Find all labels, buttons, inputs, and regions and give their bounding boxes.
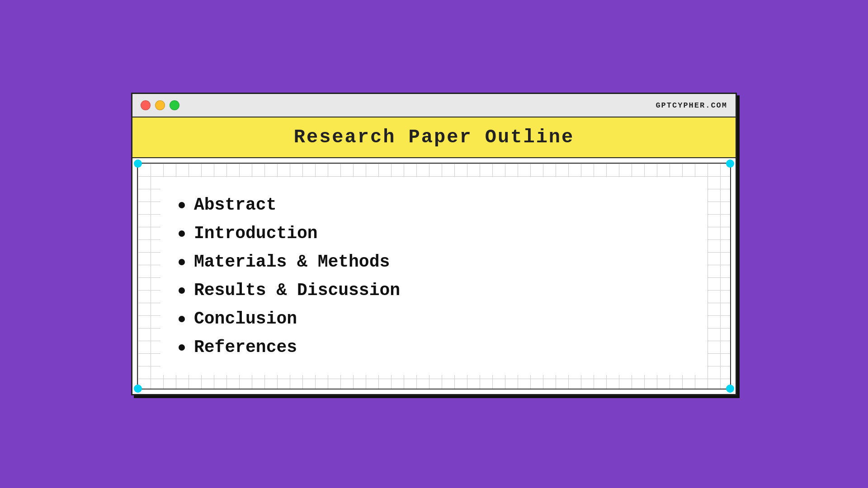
list-item: Results & Discussion — [179, 276, 689, 305]
list-item: Conclusion — [179, 305, 689, 333]
corner-dot-tr — [726, 160, 734, 168]
list-item: Introduction — [179, 219, 689, 248]
titlebar: GPTCYPHER.COM — [132, 94, 736, 117]
bullet-icon — [179, 316, 185, 322]
bullet-icon — [179, 259, 185, 265]
list-item-label: References — [194, 338, 297, 357]
outline-list: AbstractIntroductionMaterials & MethodsR… — [179, 191, 689, 361]
list-item: References — [179, 333, 689, 361]
close-button[interactable] — [141, 100, 151, 110]
bullet-icon — [179, 202, 185, 208]
slide-header: Research Paper Outline — [132, 117, 736, 158]
app-window: GPTCYPHER.COM Research Paper Outline Abs… — [131, 93, 737, 395]
url-bar: GPTCYPHER.COM — [656, 101, 727, 110]
maximize-button[interactable] — [170, 100, 179, 110]
content-box: AbstractIntroductionMaterials & MethodsR… — [160, 177, 708, 375]
list-item: Materials & Methods — [179, 248, 689, 276]
slide-title: Research Paper Outline — [294, 127, 575, 148]
bullet-icon — [179, 230, 185, 237]
grid-area: AbstractIntroductionMaterials & MethodsR… — [132, 158, 736, 394]
traffic-lights — [141, 100, 179, 110]
list-item: Abstract — [179, 191, 689, 219]
list-item-label: Materials & Methods — [194, 252, 390, 272]
corner-dot-tl — [134, 160, 142, 168]
bullet-icon — [179, 344, 185, 351]
list-item-label: Conclusion — [194, 309, 297, 328]
grid-border: AbstractIntroductionMaterials & MethodsR… — [137, 163, 731, 389]
window-body: Research Paper Outline AbstractIntroduct… — [132, 117, 736, 394]
list-item-label: Introduction — [194, 224, 318, 243]
list-item-label: Results & Discussion — [194, 281, 400, 300]
corner-dot-bl — [134, 385, 142, 393]
minimize-button[interactable] — [155, 100, 165, 110]
list-item-label: Abstract — [194, 195, 276, 215]
bullet-icon — [179, 287, 185, 294]
corner-dot-br — [726, 385, 734, 393]
